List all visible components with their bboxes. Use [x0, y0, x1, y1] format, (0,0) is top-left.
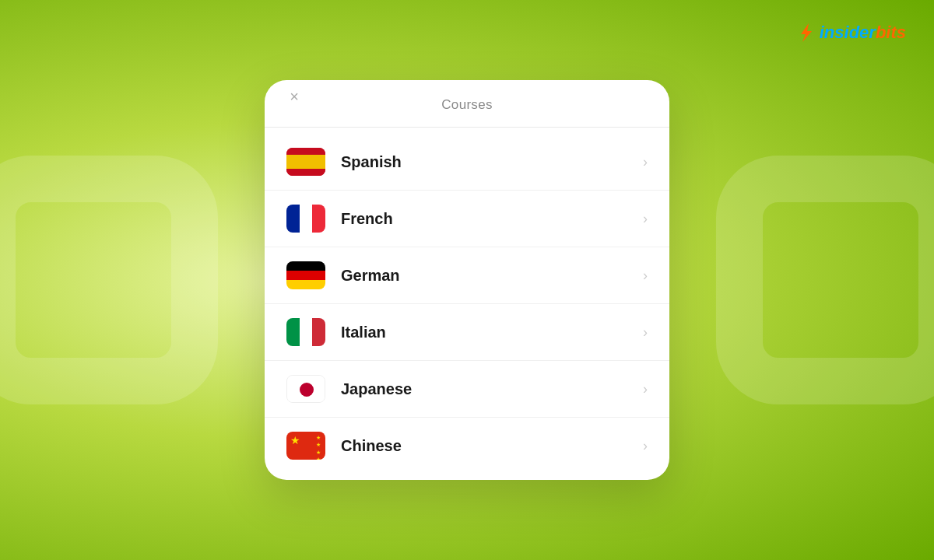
flag-italian: [286, 318, 325, 346]
modal-header: × Courses: [265, 80, 669, 128]
flag-japanese: [286, 375, 325, 403]
courses-modal: × Courses Spanish ›: [265, 80, 669, 480]
logo-text: insiderbits: [820, 23, 906, 43]
courses-list: Spanish › French ›: [265, 128, 669, 480]
course-item-italian[interactable]: Italian ›: [265, 304, 669, 361]
chevron-icon-french: ›: [643, 211, 648, 227]
course-name-german: German: [341, 267, 643, 285]
course-item-german[interactable]: German ›: [265, 247, 669, 304]
bg-decoration-right: [716, 156, 934, 404]
course-item-french[interactable]: French ›: [265, 191, 669, 247]
course-item-spanish[interactable]: Spanish ›: [265, 134, 669, 191]
course-name-italian: Italian: [341, 324, 643, 341]
flag-german: [286, 261, 325, 289]
chevron-icon-japanese: ›: [643, 381, 648, 397]
svg-marker-0: [801, 23, 812, 42]
chevron-icon-italian: ›: [643, 324, 648, 341]
close-button[interactable]: ×: [283, 86, 305, 107]
insiderbits-logo: insiderbits: [795, 22, 906, 44]
modal-title: Courses: [441, 97, 492, 113]
chevron-icon-spanish: ›: [643, 154, 648, 170]
course-item-japanese[interactable]: Japanese ›: [265, 361, 669, 418]
course-name-french: French: [341, 210, 643, 228]
flag-french: [286, 205, 325, 233]
bolt-icon: [795, 22, 816, 44]
course-name-spanish: Spanish: [341, 153, 643, 171]
chevron-icon-german: ›: [643, 268, 648, 284]
course-item-chinese[interactable]: ★ ★ ★ ★ ★ Chinese ›: [265, 418, 669, 474]
course-name-japanese: Japanese: [341, 380, 643, 398]
flag-spanish: [286, 148, 325, 176]
bg-decoration-left: [0, 156, 218, 404]
chevron-icon-chinese: ›: [643, 438, 648, 454]
flag-chinese: ★ ★ ★ ★ ★: [286, 432, 325, 460]
course-name-chinese: Chinese: [341, 437, 643, 455]
